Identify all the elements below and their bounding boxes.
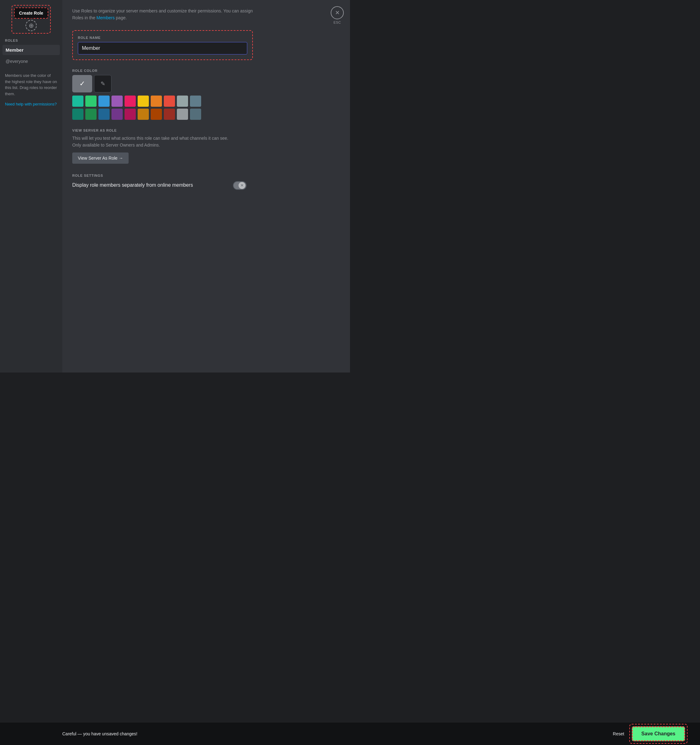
sidebar-description: Members use the color of the highest rol… — [3, 67, 60, 99]
create-role-button[interactable]: ⊕ — [25, 20, 37, 31]
display-setting-label: Display role members separately from onl… — [72, 182, 193, 188]
create-role-tooltip: Create Role — [14, 7, 48, 19]
esc-button[interactable]: ✕ ESC — [331, 6, 344, 24]
color-3498db[interactable] — [98, 96, 109, 107]
pencil-icon: ✎ — [100, 80, 105, 87]
color-9b59b6[interactable] — [111, 96, 123, 107]
color-e91e63[interactable] — [124, 96, 136, 107]
checkmark-icon: ✓ — [79, 80, 85, 88]
color-e67e22[interactable] — [151, 96, 162, 107]
main-content: ✕ ESC Use Roles to organize your server … — [62, 0, 350, 372]
role-name-section: ROLE NAME — [72, 30, 253, 60]
sidebar-item-everyone[interactable]: @everyone — [3, 56, 60, 66]
roles-section-label: ROLES — [3, 36, 60, 43]
color-e74c3c[interactable] — [164, 96, 175, 107]
view-server-description: This will let you test what actions this… — [72, 135, 234, 149]
role-color-section: ROLE COLOR ✓ ✎ — [72, 69, 340, 120]
role-name-input[interactable] — [78, 42, 247, 54]
color-row-1 — [72, 96, 340, 107]
plus-icon: ⊕ — [28, 22, 34, 29]
color-row-2 — [72, 109, 340, 120]
color-546e7a[interactable] — [190, 109, 201, 120]
color-11806a[interactable] — [72, 109, 84, 120]
esc-label: ESC — [333, 21, 341, 24]
sidebar: Create Role ⊕ ROLES Member @everyone Mem… — [0, 0, 62, 372]
color-swatch-custom[interactable]: ✎ — [94, 75, 111, 93]
role-settings-section: ROLE SETTINGS Display role members separ… — [72, 174, 340, 190]
color-f1c40f[interactable] — [138, 96, 149, 107]
color-1f8b4c[interactable] — [85, 109, 96, 120]
color-992d22[interactable] — [164, 109, 175, 120]
color-95a5a6[interactable] — [177, 96, 188, 107]
color-palette — [72, 96, 340, 120]
color-1abc9c[interactable] — [72, 96, 84, 107]
intro-text: Use Roles to organize your server member… — [72, 7, 253, 21]
color-a84300[interactable] — [151, 109, 162, 120]
view-server-section: VIEW SERVER AS ROLE This will let you te… — [72, 129, 340, 164]
role-color-label: ROLE COLOR — [72, 69, 340, 72]
color-swatches-primary: ✓ ✎ — [72, 75, 340, 93]
toggle-x-icon: ✕ — [238, 182, 245, 189]
color-206694[interactable] — [98, 109, 109, 120]
color-2ecc71[interactable] — [85, 96, 96, 107]
role-settings-label: ROLE SETTINGS — [72, 174, 340, 177]
view-server-label: VIEW SERVER AS ROLE — [72, 129, 340, 132]
color-c27c0e[interactable] — [138, 109, 149, 120]
role-name-label: ROLE NAME — [78, 36, 247, 39]
create-role-tooltip-container: Create Role ⊕ — [3, 5, 60, 34]
display-setting-toggle[interactable]: ✕ — [233, 181, 247, 190]
color-swatch-selected[interactable]: ✓ — [72, 75, 92, 93]
color-71368a[interactable] — [111, 109, 123, 120]
color-979c9f[interactable] — [177, 109, 188, 120]
color-ad1457[interactable] — [124, 109, 136, 120]
display-setting-row: Display role members separately from onl… — [72, 181, 247, 190]
view-server-button[interactable]: View Server As Role → — [72, 153, 129, 164]
create-role-tooltip-label: Create Role — [19, 10, 43, 16]
sidebar-item-member[interactable]: Member — [3, 45, 60, 55]
create-role-tooltip-wrapper: Create Role ⊕ — [12, 5, 51, 34]
help-link[interactable]: Need help with permissions? — [3, 100, 60, 108]
color-607d8b[interactable] — [190, 96, 201, 107]
esc-circle-icon: ✕ — [331, 6, 344, 19]
members-link[interactable]: Members — [96, 15, 115, 20]
